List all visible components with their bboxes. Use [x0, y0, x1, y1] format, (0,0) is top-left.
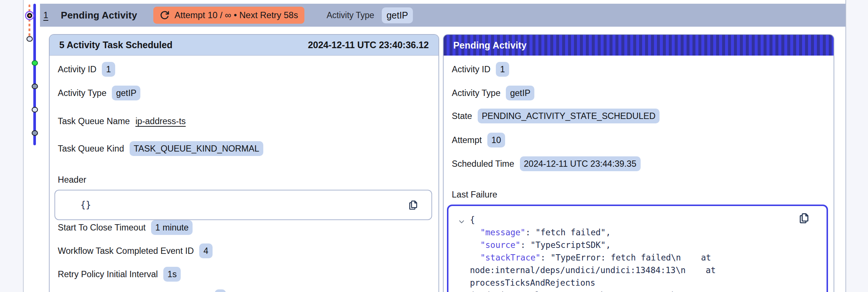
code-text: processTicksAndRejections: [470, 278, 595, 288]
field-label: Activity ID: [452, 64, 490, 74]
field-row: Task Queue Nameip-address-ts: [58, 114, 430, 129]
timeline-dot-6[interactable]: [31, 130, 38, 136]
event-number-link[interactable]: 1: [43, 10, 48, 20]
retry-icon: [160, 10, 170, 20]
code-line: "message": "fetch failed",: [470, 226, 817, 239]
left-rail: [0, 0, 24, 292]
pending-activity-bar[interactable]: 1 Pending Activity Attempt 10 / ∞ • Next…: [40, 4, 845, 27]
value-badge: PENDING_ACTIVITY_STATE_SCHEDULED: [478, 109, 660, 123]
code-key: "source": [480, 240, 520, 250]
event-field-rows: Activity ID1Activity TypegetIPTask Queue…: [58, 62, 430, 165]
value-badge: 4: [199, 243, 212, 258]
code-text: "TypeError: fetch failed\n at: [551, 253, 711, 262]
pending-activity-title: Pending Activity: [61, 10, 137, 21]
copy-icon: [798, 212, 810, 225]
field-row: Activity TypegetIP: [58, 86, 430, 100]
field-row: Start To Close Timeout1 minute: [58, 220, 430, 235]
activity-task-scheduled-panel: 5 Activity Task Scheduled 2024-12-11 UTC…: [49, 34, 439, 292]
field-label: Retry Policy Initial Interval: [58, 269, 158, 279]
timeline-dot-current-pending[interactable]: [27, 13, 32, 18]
event-panel-title: 5 Activity Task Scheduled: [59, 40, 173, 50]
field-label: Attempt: [452, 135, 482, 145]
field-row: Scheduled Time2024-12-11 UTC 23:44:39.35: [452, 156, 825, 171]
timeline-dot-5[interactable]: [31, 107, 38, 113]
code-text: :: [520, 240, 530, 250]
value-badge: 1 minute: [151, 220, 193, 235]
copy-button[interactable]: [798, 212, 810, 225]
value-badge: getIP: [506, 86, 534, 100]
event-history-main: 1 Pending Activity Attempt 10 / ∞ • Next…: [24, 0, 846, 292]
code-line: node:internal/deps/undici/undici:13484:1…: [470, 264, 817, 276]
copy-button[interactable]: [407, 199, 419, 211]
last-failure-code-block: {"message": "fetch failed","source": "Ty…: [447, 205, 828, 292]
header-section-label: Header: [58, 175, 430, 185]
field-label: Scheduled Time: [452, 159, 514, 169]
timeline-dot-3[interactable]: [31, 60, 38, 66]
retry-status-badge: Attempt 10 / ∞ • Next Retry 58s: [153, 7, 304, 24]
activity-type-badge: getIP: [382, 7, 413, 23]
pending-field-rows: Activity ID1Activity TypegetIPStatePENDI…: [452, 62, 825, 180]
field-label: Start To Close Timeout: [58, 223, 146, 233]
field-label: Activity Type: [452, 88, 500, 98]
field-label: Workflow Task Completed Event ID: [58, 246, 194, 256]
code-text: :: [525, 228, 535, 237]
code-key: "message": [480, 228, 525, 237]
retry-badge-label: Attempt 10 / ∞ • Next Retry 58s: [174, 10, 298, 20]
value-badge: 1: [102, 62, 115, 77]
field-label: Activity ID: [58, 64, 96, 74]
value-badge: 10: [487, 133, 505, 147]
value-badge: 2024-12-11 UTC 23:44:39.35: [520, 156, 641, 171]
value-badge: TASK_QUEUE_KIND_NORMAL: [130, 141, 263, 156]
field-row: Activity ID1: [58, 62, 430, 77]
collapse-chevron-icon[interactable]: [458, 218, 465, 225]
code-line: (node:internal/process/task_queues:105:5…: [470, 289, 817, 292]
field-row: Task Queue KindTASK_QUEUE_KIND_NORMAL: [58, 141, 430, 156]
value-badge: 1s: [163, 267, 181, 282]
field-label: State: [452, 111, 472, 121]
last-failure-label: Last Failure: [452, 189, 825, 200]
field-label: Task Queue Kind: [58, 144, 124, 154]
field-label: Task Queue Name: [58, 116, 130, 126]
copy-icon: [407, 199, 419, 211]
code-content: {"message": "fetch failed","source": "Ty…: [470, 213, 817, 292]
code-text: "fetch failed",: [535, 228, 611, 237]
timeline-line: [33, 4, 36, 145]
event-panel-body: Activity ID1Activity TypegetIPTask Queue…: [50, 56, 438, 291]
pending-activity-panel: Pending Activity Activity ID1Activity Ty…: [443, 34, 834, 292]
event-field-rows: Start To Close Timeout1 minuteWorkflow T…: [58, 220, 430, 291]
cutoff-value-badge: [215, 289, 226, 292]
field-row: Workflow Task Completed Event ID4: [58, 243, 430, 258]
pending-panel-header: Pending Activity: [444, 35, 834, 56]
field-row: StatePENDING_ACTIVITY_STATE_SCHEDULED: [452, 109, 825, 123]
value-badge: 1: [496, 62, 509, 77]
header-json-box: {}: [54, 190, 432, 220]
event-timestamp: 2024-12-11 UTC 23:40:36.12: [308, 40, 429, 50]
code-line: processTicksAndRejections: [470, 276, 817, 289]
field-row: Retry Policy Initial Interval1s: [58, 267, 430, 282]
timeline-dot-4[interactable]: [31, 84, 38, 89]
field-label: Activity Type: [58, 88, 106, 98]
code-line: "stackTrace": "TypeError: fetch failed\n…: [470, 251, 817, 264]
field-row: Activity TypegetIP: [452, 86, 825, 100]
event-panel-header: 5 Activity Task Scheduled 2024-12-11 UTC…: [50, 35, 438, 56]
task-queue-name-link[interactable]: ip-address-ts: [136, 116, 186, 126]
code-text: :: [541, 253, 551, 262]
pending-panel-body: Activity ID1Activity TypegetIPStatePENDI…: [444, 56, 834, 292]
code-line: {: [470, 213, 817, 226]
code-key: "stackTrace": [480, 253, 541, 262]
field-row: Attempt10: [452, 133, 825, 147]
pending-retry-dashed-line: [29, 4, 30, 39]
code-text: "TypeScriptSDK",: [530, 240, 611, 250]
activity-type-label: Activity Type: [327, 10, 374, 20]
timeline-dot-2[interactable]: [27, 36, 33, 42]
header-json-value: {}: [80, 200, 91, 210]
code-text: node:internal/deps/undici/undici:13484:1…: [470, 265, 716, 275]
code-line: "source": "TypeScriptSDK",: [470, 239, 817, 251]
field-row: Activity ID1: [452, 62, 825, 77]
value-badge: getIP: [112, 86, 140, 100]
pending-panel-title: Pending Activity: [453, 40, 527, 51]
code-text: {: [470, 215, 475, 225]
code-text: (node:internal/process/task_queues:105:5…: [470, 291, 776, 292]
